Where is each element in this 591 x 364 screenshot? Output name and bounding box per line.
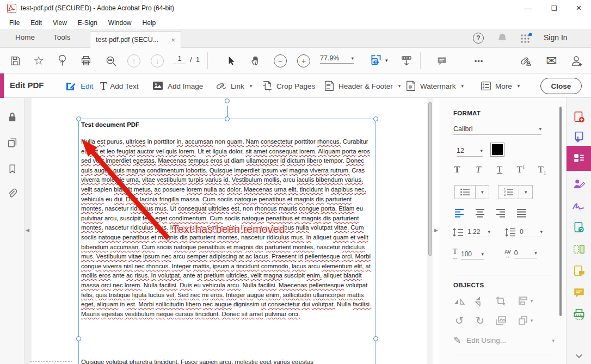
font-color-swatch[interactable] [490, 143, 504, 157]
request-esignatures-icon[interactable] [567, 173, 591, 195]
edit-pdf-active-tool[interactable] [567, 146, 591, 171]
attachments-paperclip-icon[interactable] [7, 188, 18, 199]
add-image-button[interactable]: Add Image [151, 78, 203, 94]
bullet-list-caret-icon[interactable]: ▾ [476, 186, 489, 199]
bullet-list-icon[interactable] [455, 186, 475, 199]
fit-width-icon[interactable]: ▾ [369, 53, 388, 67]
zoom-out-icon[interactable]: − [273, 53, 288, 69]
tab-home[interactable]: Home [5, 29, 45, 46]
page-number-input[interactable]: 1 [173, 54, 186, 64]
notifications-bell-icon[interactable] [497, 32, 508, 44]
more-tools-chevron-icon[interactable] [567, 346, 591, 364]
create-pdf-icon[interactable] [567, 106, 591, 128]
zoom-in-icon[interactable]: + [296, 53, 311, 69]
menu-view[interactable]: View [47, 17, 72, 29]
minimize-button[interactable]: — [516, 0, 540, 16]
add-text-button[interactable]: T Add Text [100, 78, 139, 94]
apps-grid-icon[interactable] [520, 33, 533, 45]
char-spacing-control[interactable]: AV↔ 0▾ [504, 249, 537, 258]
hand-pan-icon[interactable] [248, 53, 263, 69]
numbered-list-caret-icon[interactable]: ▾ [519, 186, 532, 199]
align-objects-icon[interactable]: ▾ [513, 294, 537, 308]
subscript-icon[interactable]: T1 [535, 164, 549, 176]
account-avatar-icon[interactable] [569, 53, 584, 69]
tab-tools[interactable]: Tools [44, 29, 81, 46]
share-upload-icon[interactable] [54, 53, 70, 69]
font-family-select[interactable]: Calibri ▾ [453, 125, 541, 135]
menu-edit[interactable]: Edit [25, 17, 47, 29]
search-icon[interactable] [103, 53, 119, 69]
send-for-comments-icon[interactable] [567, 260, 591, 282]
header-footer-button[interactable]: Header & Footer ▾ [323, 78, 401, 94]
more-tools-ellipsis-icon[interactable]: ••• [471, 53, 487, 69]
email-icon[interactable]: ✉ [544, 53, 559, 69]
comment-icon[interactable] [434, 53, 450, 69]
line-spacing-control[interactable]: 1.22▾ [452, 227, 490, 237]
bold-icon[interactable]: T [450, 164, 464, 175]
fill-and-sign-icon[interactable] [567, 195, 591, 217]
paragraph-spacing-control[interactable]: 0▾ [504, 227, 543, 237]
removed-text-annotation[interactable]: Text has been removed [173, 223, 285, 236]
handle-middle-left[interactable] [76, 336, 81, 341]
security-lock-icon[interactable] [7, 112, 18, 123]
crop-pages-button[interactable]: Crop Pages [261, 78, 315, 94]
handle-top-center[interactable] [225, 116, 230, 121]
collapse-left-panel-icon[interactable]: ◀ [26, 227, 29, 233]
share-link-icon[interactable] [518, 53, 533, 69]
comment-tool-icon[interactable] [567, 282, 591, 304]
tab-document[interactable]: test-pdf.pdf (SECU... × [90, 31, 181, 48]
align-left-icon[interactable] [451, 206, 467, 220]
expand-right-panel-icon[interactable]: ▶ [434, 227, 438, 233]
document-scrollbar[interactable] [427, 98, 433, 364]
maximize-button[interactable]: ❑ [542, 0, 567, 16]
flip-horizontal-icon[interactable] [451, 294, 467, 308]
crop-object-icon[interactable] [492, 294, 509, 308]
bookmarks-icon[interactable] [7, 163, 18, 175]
horizontal-scale-control[interactable]: T↔ 100▾ [452, 249, 484, 261]
rotate-clockwise-icon[interactable]: ↻ [472, 313, 488, 328]
sign-in-button[interactable]: Sign In [544, 33, 568, 42]
hide-toolbars-icon[interactable] [399, 53, 414, 69]
align-right-icon[interactable] [492, 206, 509, 220]
scan-ocr-icon[interactable] [567, 304, 591, 325]
menu-help[interactable]: Help [137, 17, 162, 29]
previous-page-icon[interactable]: ↑ [126, 53, 141, 69]
page-thumbnails-icon[interactable] [7, 137, 18, 149]
export-pdf-icon[interactable] [567, 126, 591, 148]
align-center-icon[interactable] [472, 206, 488, 220]
link-button[interactable]: Link ▾ [216, 78, 252, 94]
handle-top-left[interactable] [76, 116, 81, 121]
handle-top-right[interactable] [373, 116, 378, 121]
menu-file[interactable]: File [4, 17, 25, 29]
font-size-select[interactable]: 12 ▾ [457, 147, 483, 157]
help-icon[interactable]: ? [473, 33, 484, 44]
replace-image-icon[interactable] [492, 313, 509, 328]
rotation-handle[interactable] [225, 98, 230, 103]
selected-text-box[interactable]: Test document PDF Nulla est purus, ultri… [78, 119, 376, 364]
arrange-objects-icon[interactable]: ▾ [513, 313, 537, 328]
save-icon[interactable] [8, 53, 23, 69]
close-button[interactable]: × [567, 0, 591, 16]
edit-tool-button[interactable]: Edit [64, 78, 93, 94]
select-cursor-icon[interactable] [223, 53, 238, 69]
edit-using-control[interactable]: ✎ Edit Using... ▾ [453, 335, 555, 346]
italic-icon[interactable]: T [471, 164, 485, 175]
document-scrollbar-thumb[interactable] [428, 102, 432, 256]
zoom-level-select[interactable]: 77.9% ▾ [320, 54, 354, 64]
handle-middle-right[interactable] [373, 336, 378, 341]
next-page-icon[interactable]: ↓ [150, 53, 165, 69]
watermark-button[interactable]: Watermark ▾ [405, 78, 464, 94]
menu-esign[interactable]: E-Sign [72, 17, 103, 29]
close-edit-button[interactable]: Close [540, 78, 582, 94]
more-button[interactable]: More ▾ [480, 78, 520, 94]
numbered-list-icon[interactable]: 123 [498, 186, 519, 199]
rotate-counterclockwise-icon[interactable]: ↺ [451, 313, 467, 328]
organize-pages-icon[interactable] [567, 238, 591, 260]
underline-icon[interactable]: T [492, 164, 507, 175]
convert-pdf-icon[interactable] [567, 217, 591, 238]
flip-vertical-icon[interactable] [472, 294, 488, 308]
print-icon[interactable] [78, 53, 94, 69]
menu-window[interactable]: Window [103, 17, 137, 29]
star-favorite-icon[interactable]: ☆ [31, 53, 46, 69]
align-justify-icon[interactable] [513, 206, 530, 220]
